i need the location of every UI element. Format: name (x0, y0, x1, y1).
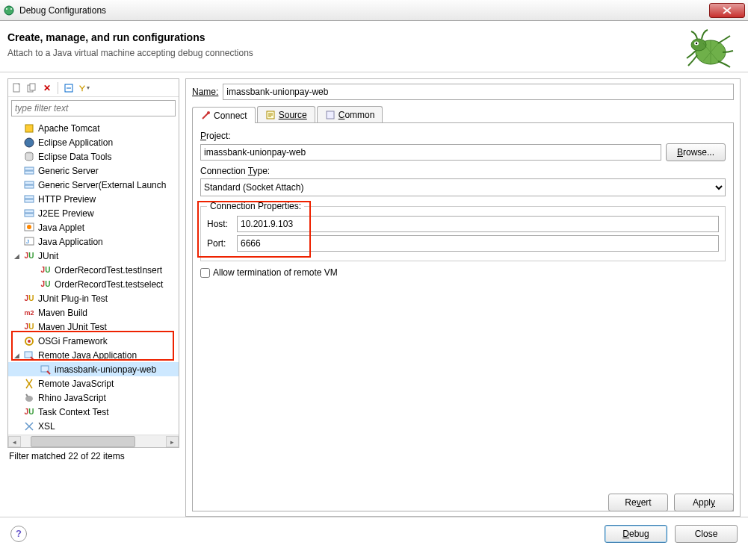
collapse-all-icon[interactable] (63, 82, 75, 94)
tree-scrollbar[interactable]: ◂▸ (8, 435, 179, 447)
svg-point-31 (207, 111, 210, 114)
tree-item[interactable]: JUTask Context Test (8, 405, 179, 419)
host-label: Host: (207, 219, 237, 229)
dialog-footer: ? Debug Close (0, 517, 748, 550)
apply-button[interactable]: Apply (674, 494, 734, 511)
filter-input[interactable] (11, 100, 176, 116)
filter-status: Filter matched 22 of 22 items (7, 448, 179, 463)
project-label: Project: (200, 131, 726, 141)
duplicate-config-icon[interactable] (26, 82, 38, 94)
tree-item[interactable]: Generic Server (8, 164, 179, 178)
dialog-header: Create, manage, and run configurations A… (0, 21, 748, 72)
tree-item[interactable]: ◢Remote Java Application (8, 348, 179, 362)
filter-config-icon[interactable]: ▾ (78, 82, 90, 94)
svg-point-4 (691, 39, 706, 51)
svg-rect-14 (25, 167, 34, 170)
svg-rect-17 (25, 185, 34, 188)
tab-bar: Connect Source Common (192, 106, 734, 123)
svg-rect-19 (25, 199, 34, 202)
window-close-button[interactable] (709, 3, 745, 18)
tree-item[interactable]: JUOrderRecordTest.testselect (8, 277, 179, 291)
svg-point-2 (10, 8, 12, 10)
svg-rect-33 (327, 111, 334, 119)
svg-rect-16 (25, 181, 34, 184)
port-input[interactable] (237, 235, 719, 252)
tree-item[interactable]: JJava Application (8, 234, 179, 249)
tree-item[interactable]: Apache Tomcat (8, 121, 179, 135)
tree-item[interactable]: JUMaven JUnit Test (8, 320, 179, 334)
tree-item[interactable]: OSGi Framework (8, 334, 179, 348)
app-icon (3, 4, 15, 16)
svg-point-30 (25, 396, 33, 402)
svg-point-23 (27, 225, 31, 229)
svg-text:J: J (26, 238, 29, 245)
host-input[interactable] (237, 216, 719, 232)
tab-connect[interactable]: Connect (192, 107, 256, 123)
tree-item[interactable]: JUOrderRecordTest.testInsert (8, 263, 179, 277)
browse-button[interactable]: Browse... (666, 143, 726, 161)
tree-item[interactable]: ◢JUJUnit (8, 249, 179, 263)
svg-rect-15 (25, 171, 34, 174)
svg-rect-7 (13, 84, 19, 92)
revert-button[interactable]: Revert (608, 494, 668, 511)
common-icon (325, 110, 336, 120)
left-toolbar: ✕ ▾ (8, 79, 179, 97)
tree-item[interactable]: XSL (8, 419, 179, 433)
config-tree[interactable]: Apache TomcatEclipse ApplicationEclipse … (8, 119, 179, 435)
tab-source[interactable]: Source (257, 106, 315, 122)
svg-rect-9 (30, 84, 35, 90)
name-input[interactable] (223, 84, 734, 100)
conn-type-select[interactable]: Standard (Socket Attach) (200, 178, 726, 196)
close-button[interactable]: Close (675, 525, 738, 543)
svg-rect-18 (25, 196, 34, 199)
tree-item[interactable]: Remote JavaScript (8, 376, 179, 391)
tree-item[interactable]: imassbank-unionpay-web (8, 362, 179, 376)
allow-termination-checkbox[interactable] (200, 268, 210, 278)
svg-point-12 (25, 138, 34, 147)
tree-item[interactable]: m2Maven Build (8, 305, 179, 320)
dialog-subtitle: Attach to a Java virtual machine accepti… (7, 48, 735, 58)
delete-config-icon[interactable]: ✕ (41, 82, 53, 94)
debug-bug-icon (682, 28, 735, 69)
tree-item[interactable]: JUJUnit Plug-in Test (8, 291, 179, 305)
tree-item[interactable]: Rhino JavaScript (8, 391, 179, 405)
source-icon (265, 110, 276, 120)
allow-termination-label: Allow termination of remote VM (213, 267, 338, 278)
tree-item[interactable]: HTTP Preview (8, 192, 179, 206)
conn-type-label: Connection Type: (200, 166, 726, 176)
connect-icon (200, 111, 211, 121)
project-input[interactable] (200, 144, 661, 161)
tree-item[interactable]: Eclipse Data Tools (8, 149, 179, 164)
name-label: Name: (192, 87, 218, 97)
svg-point-1 (6, 8, 7, 10)
config-editor: Name: Connect Source Common Project: (185, 78, 741, 517)
svg-rect-21 (25, 214, 34, 217)
conn-props-legend: Connection Properties: (207, 201, 304, 211)
tree-item[interactable]: J2EE Preview (8, 206, 179, 220)
connection-properties-group: Connection Properties: Host: Port: (200, 201, 726, 261)
titlebar: Debug Configurations (0, 0, 748, 21)
tree-item[interactable]: Generic Server(External Launch (8, 178, 179, 192)
svg-point-27 (28, 340, 31, 343)
svg-rect-20 (25, 210, 34, 213)
svg-point-6 (696, 43, 697, 44)
dialog-title: Create, manage, and run configurations (7, 31, 735, 43)
port-label: Port: (207, 238, 237, 249)
configurations-panel: ✕ ▾ Apache TomcatEclipse ApplicationEcli… (7, 78, 179, 448)
svg-rect-11 (25, 125, 33, 132)
new-config-icon[interactable] (11, 82, 23, 94)
tree-item[interactable]: Eclipse Application (8, 135, 179, 149)
tab-common[interactable]: Common (317, 106, 383, 122)
window-title: Debug Configurations (19, 5, 709, 16)
debug-button[interactable]: Debug (605, 525, 667, 543)
help-icon[interactable]: ? (10, 526, 27, 542)
svg-point-0 (4, 6, 13, 15)
tree-item[interactable]: Java Applet (8, 220, 179, 234)
